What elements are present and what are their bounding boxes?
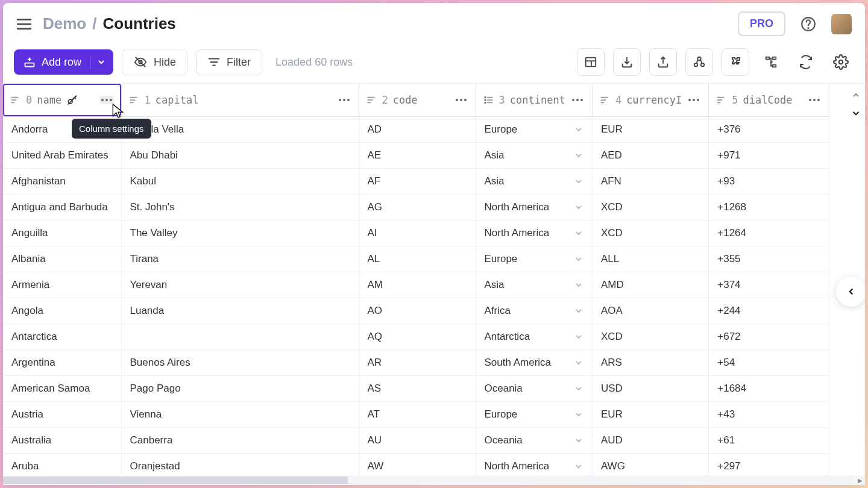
cell-code[interactable]: AU (359, 428, 476, 454)
cell-dialcode[interactable]: +1684 (709, 376, 829, 402)
column-header-currencyI[interactable]: 4 currencyI (593, 84, 708, 116)
cell-code[interactable]: AR (359, 350, 476, 376)
cell-continent[interactable]: South America (476, 350, 592, 376)
cell-continent[interactable]: Europe (476, 402, 592, 428)
cell-code[interactable]: AI (359, 221, 476, 246)
cell-capital[interactable]: Yerevan (121, 272, 359, 298)
table-row[interactable]: Albania Tirana AL Europe ALL +355 (3, 246, 829, 272)
cell-continent[interactable]: Asia (476, 169, 592, 195)
cell-name[interactable]: Australia (3, 428, 121, 454)
cell-currency[interactable]: AED (592, 143, 708, 169)
cell-name[interactable]: Afghanistan (3, 169, 121, 195)
cell-dialcode[interactable]: +672 (709, 324, 829, 350)
cell-name[interactable]: Austria (3, 402, 121, 428)
cell-name[interactable]: Aruba (3, 454, 121, 476)
column-menu-icon[interactable] (570, 96, 585, 104)
cell-currency[interactable]: AUD (592, 428, 708, 454)
cell-dialcode[interactable]: +355 (709, 246, 829, 272)
hide-button[interactable]: Hide (122, 49, 187, 75)
cell-name[interactable]: Antigua and Barbuda (3, 195, 121, 221)
cell-capital[interactable]: Canberra (121, 428, 359, 454)
cell-code[interactable]: AG (359, 195, 476, 221)
cell-dialcode[interactable]: +54 (709, 350, 829, 376)
cell-capital[interactable]: Abu Dhabi (121, 143, 359, 169)
cell-continent[interactable]: North America (476, 195, 592, 221)
column-menu-icon[interactable] (454, 96, 468, 104)
table-row[interactable]: Afghanistan Kabul AF Asia AFN +93 (3, 169, 829, 195)
column-header-code[interactable]: 2 code (359, 84, 476, 116)
tree-button[interactable] (758, 49, 784, 75)
cell-dialcode[interactable]: +61 (709, 428, 829, 454)
cell-dialcode[interactable]: +93 (709, 169, 829, 195)
cell-code[interactable]: AT (359, 402, 476, 428)
cell-currency[interactable]: EUR (592, 117, 708, 143)
filter-button[interactable]: Filter (196, 49, 262, 75)
avatar[interactable] (831, 14, 852, 34)
cell-dialcode[interactable]: +1268 (709, 195, 829, 221)
cell-name[interactable]: Antarctica (3, 324, 121, 350)
cell-continent[interactable]: Oceania (476, 376, 592, 402)
cell-continent[interactable]: Oceania (476, 428, 592, 454)
horizontal-scrollbar[interactable]: ◀ ▶ (3, 475, 865, 485)
cell-capital[interactable]: Buenos Aires (121, 350, 359, 376)
collapse-panel-button[interactable] (836, 277, 865, 307)
cell-dialcode[interactable]: +297 (709, 454, 829, 476)
breadcrumb-project[interactable]: Demo (43, 14, 86, 33)
column-header-continent[interactable]: 3 continent (476, 84, 592, 116)
cell-code[interactable]: AW (359, 454, 476, 476)
cell-code[interactable]: AD (359, 117, 476, 143)
cell-capital[interactable]: Pago Pago (121, 376, 359, 402)
cell-currency[interactable]: USD (592, 376, 708, 402)
cell-code[interactable]: AL (359, 246, 476, 272)
cell-continent[interactable]: Antarctica (476, 324, 592, 350)
table-row[interactable]: Antigua and Barbuda St. John's AG North … (3, 195, 829, 221)
table-row[interactable]: Australia Canberra AU Oceania AUD +61 (3, 428, 829, 454)
table-row[interactable]: Anguilla The Valley AI North America XCD… (3, 221, 829, 246)
cell-dialcode[interactable]: +43 (709, 402, 829, 428)
cell-continent[interactable]: Europe (476, 117, 592, 143)
table-row[interactable]: Armenia Yerevan AM Asia AMD +374 (3, 272, 829, 298)
chevron-down-icon[interactable] (96, 57, 106, 67)
cell-currency[interactable]: EUR (592, 402, 708, 428)
column-menu-icon[interactable] (807, 96, 822, 104)
table-row[interactable]: Antarctica AQ Antarctica XCD +672 (3, 324, 829, 350)
cell-currency[interactable]: ALL (592, 246, 708, 272)
cell-continent[interactable]: Europe (476, 246, 592, 272)
cell-currency[interactable]: XCD (592, 195, 708, 221)
column-header-name[interactable]: 0 name (3, 84, 121, 116)
cell-continent[interactable]: North America (476, 454, 592, 476)
help-icon[interactable] (796, 12, 820, 36)
cell-name[interactable]: Angola (3, 298, 121, 324)
cell-capital[interactable]: Tirana (121, 246, 359, 272)
column-header-capital[interactable]: 1 capital (122, 84, 359, 116)
cell-currency[interactable]: AFN (592, 169, 708, 195)
cell-currency[interactable]: AMD (592, 272, 708, 298)
cell-name[interactable]: United Arab Emirates (3, 143, 121, 169)
column-menu-icon[interactable] (99, 96, 114, 104)
table-row[interactable]: Angola Luanda AO Africa AOA +244 (3, 298, 829, 324)
cell-capital[interactable]: The Valley (121, 221, 359, 246)
cell-continent[interactable]: Africa (476, 298, 592, 324)
cell-dialcode[interactable]: +971 (709, 143, 829, 169)
cell-capital[interactable]: Oranjestad (121, 454, 359, 476)
menu-icon[interactable] (16, 17, 32, 31)
cell-code[interactable]: AS (359, 376, 476, 402)
cell-capital[interactable]: Luanda (121, 298, 359, 324)
cell-code[interactable]: AM (359, 272, 476, 298)
cell-dialcode[interactable]: +374 (709, 272, 829, 298)
cell-continent[interactable]: North America (476, 221, 592, 246)
cell-currency[interactable]: ARS (592, 350, 708, 376)
cell-capital[interactable]: Vienna (121, 402, 359, 428)
table-row[interactable]: United Arab Emirates Abu Dhabi AE Asia A… (3, 143, 829, 169)
column-menu-icon[interactable] (687, 96, 701, 104)
cell-currency[interactable]: XCD (592, 221, 708, 246)
plugins-button[interactable] (722, 48, 749, 76)
export-button[interactable] (649, 48, 677, 76)
pro-button[interactable]: PRO (738, 11, 785, 36)
cell-name[interactable]: Armenia (3, 272, 121, 298)
cell-code[interactable]: AE (359, 143, 476, 169)
cell-code[interactable]: AO (359, 298, 476, 324)
table-row[interactable]: Austria Vienna AT Europe EUR +43 (3, 402, 829, 428)
cell-currency[interactable]: XCD (592, 324, 708, 350)
import-button[interactable] (613, 48, 641, 76)
